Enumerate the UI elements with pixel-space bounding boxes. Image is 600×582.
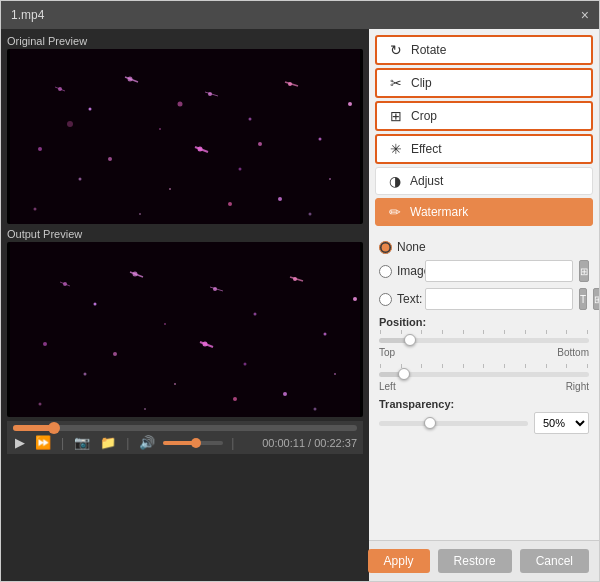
svg-point-34 [164, 323, 166, 325]
folder-button[interactable]: 📁 [98, 435, 118, 450]
none-radio[interactable] [379, 241, 392, 254]
bottom-label: Bottom [557, 347, 589, 358]
svg-point-41 [113, 352, 117, 356]
volume-slider[interactable] [163, 441, 223, 445]
effect-button[interactable]: ✳ Effect [375, 134, 593, 164]
left-panel: Original Preview [1, 29, 369, 581]
crop-icon: ⊞ [387, 108, 405, 124]
play-button[interactable]: ▶ [13, 435, 27, 450]
bottom-bar: Apply Restore Cancel [369, 540, 599, 581]
original-preview-canvas [7, 49, 363, 224]
text-grid-button[interactable]: ⊞ [593, 288, 599, 310]
svg-point-44 [244, 363, 247, 366]
none-option-row: None [379, 240, 589, 254]
output-preview-section: Output Preview [7, 228, 363, 417]
svg-point-4 [159, 128, 161, 130]
image-browse-button[interactable]: ⊞ [579, 260, 589, 282]
image-radio[interactable] [379, 265, 392, 278]
svg-point-6 [249, 118, 252, 121]
adjust-button[interactable]: ◑ Adjust [375, 167, 593, 195]
left-right-track[interactable] [379, 372, 589, 377]
crop-button[interactable]: ⊞ Crop [375, 101, 593, 131]
clip-button[interactable]: ✂ Clip [375, 68, 593, 98]
svg-point-26 [309, 213, 312, 216]
left-right-labels: Left Right [379, 381, 589, 392]
progress-thumb [48, 422, 60, 434]
svg-point-15 [278, 197, 282, 201]
text-input[interactable] [425, 288, 573, 310]
main-window: 1.mp4 × Original Preview [0, 0, 600, 582]
restore-button[interactable]: Restore [438, 549, 512, 573]
svg-rect-30 [10, 242, 360, 417]
svg-rect-0 [10, 49, 360, 224]
adjust-icon: ◑ [386, 173, 404, 189]
svg-point-8 [319, 138, 322, 141]
left-right-slider-container: Left Right [379, 364, 589, 392]
watermark-button[interactable]: ✏ Watermark [375, 198, 593, 226]
original-preview-section: Original Preview [7, 35, 363, 224]
output-label: Output Preview [7, 228, 363, 240]
svg-point-54 [144, 408, 146, 410]
progress-row [13, 425, 357, 431]
volume-thumb [191, 438, 201, 448]
top-label: Top [379, 347, 395, 358]
close-button[interactable]: × [581, 8, 589, 22]
svg-point-27 [67, 121, 73, 127]
svg-point-23 [34, 208, 37, 211]
svg-point-46 [334, 373, 336, 375]
image-input[interactable] [425, 260, 573, 282]
time-display: 00:00:11 / 00:22:37 [262, 437, 357, 449]
transparency-thumb [424, 417, 436, 429]
top-bottom-labels: Top Bottom [379, 347, 589, 358]
svg-point-16 [329, 178, 331, 180]
output-preview-canvas [7, 242, 363, 417]
text-radio[interactable] [379, 293, 392, 306]
svg-point-36 [254, 313, 257, 316]
tick-marks-2 [379, 364, 589, 368]
svg-point-56 [314, 408, 317, 411]
transparency-select[interactable]: 50% [534, 412, 589, 434]
svg-point-32 [94, 303, 97, 306]
separator2: | [126, 436, 129, 450]
clip-icon: ✂ [387, 75, 405, 91]
top-bottom-thumb [404, 334, 416, 346]
svg-point-24 [139, 213, 141, 215]
position-label: Position: [379, 316, 589, 328]
svg-point-47 [353, 297, 357, 301]
top-bottom-slider-container: Top Bottom [379, 330, 589, 358]
progress-track[interactable] [13, 425, 357, 431]
transparency-track[interactable] [379, 421, 528, 426]
snapshot-button[interactable]: 📷 [72, 435, 92, 450]
right-label: Right [566, 381, 589, 392]
title-bar: 1.mp4 × [1, 1, 599, 29]
volume-button[interactable]: 🔊 [137, 435, 157, 450]
separator3: | [231, 436, 234, 450]
svg-point-14 [239, 168, 242, 171]
text-label: Text: [379, 292, 419, 306]
transparency-label: Transparency: [379, 398, 589, 410]
fast-forward-button[interactable]: ⏩ [33, 435, 53, 450]
none-label: None [379, 240, 426, 254]
output-preview-box [7, 242, 363, 417]
svg-point-10 [79, 178, 82, 181]
content-area: Original Preview [1, 29, 599, 581]
top-bottom-track[interactable] [379, 338, 589, 343]
svg-point-29 [258, 142, 262, 146]
svg-point-53 [39, 403, 42, 406]
watermark-panel: None Image: ⊞ Text: [369, 232, 599, 540]
left-right-thumb [398, 368, 410, 380]
rotate-button[interactable]: ↻ Rotate [375, 35, 593, 65]
svg-point-9 [38, 147, 42, 151]
svg-point-11 [108, 157, 112, 161]
original-preview-box [7, 49, 363, 224]
svg-point-12 [169, 188, 171, 190]
svg-point-55 [233, 397, 237, 401]
text-format-button[interactable]: T [579, 288, 587, 310]
cancel-button[interactable]: Cancel [520, 549, 589, 573]
window-title: 1.mp4 [11, 8, 44, 22]
svg-point-25 [228, 202, 232, 206]
svg-point-40 [84, 373, 87, 376]
svg-point-42 [174, 383, 176, 385]
effect-icon: ✳ [387, 141, 405, 157]
apply-button[interactable]: Apply [368, 549, 430, 573]
